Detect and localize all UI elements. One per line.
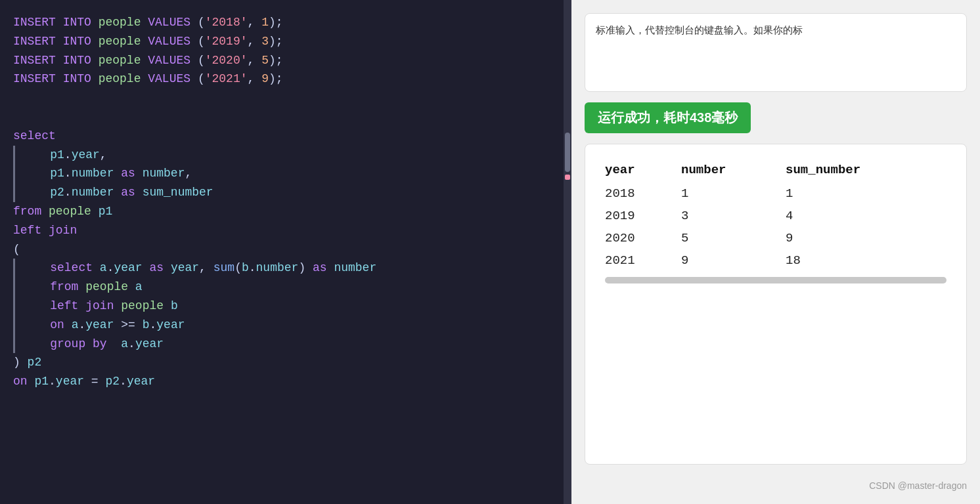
code-line-closeparen: ) p2 [13,353,558,372]
col-number-header: number [681,158,786,182]
table-cell: 9 [681,249,786,272]
code-line-groupby: group by a.year [13,335,558,354]
table-row: 2021918 [605,249,947,272]
code-line-from: from people p1 [13,202,558,221]
table-row: 201934 [605,205,947,227]
code-line-paren: ( [13,240,558,259]
code-line-col2: p1.number as number, [13,164,558,183]
code-line-2: INSERT INTO people VALUES ('2019', 3); [13,32,558,51]
table-row: 201811 [605,182,947,205]
output-panel: 标准输入，代替控制台的键盘输入。如果你的标 运行成功，耗时438毫秒 year … [571,0,980,504]
code-line-subselect: select a.year as year, sum(b.number) as … [13,259,558,278]
code-line-col1: p1.year, [13,146,558,165]
col-year-header: year [605,158,681,182]
col-sumnumber-header: sum_number [786,158,947,182]
code-area: INSERT INTO people VALUES ('2018', 1); I… [0,7,571,398]
table-cell: 3 [681,205,786,227]
result-table: year number sum_number 20181120193420205… [605,158,947,272]
table-cell: 5 [681,227,786,249]
sql-editor[interactable]: INSERT INTO people VALUES ('2018', 1); I… [0,0,571,504]
scrollbar[interactable] [564,0,571,504]
table-header-row: year number sum_number [605,158,947,182]
code-line-leftjoin: left join [13,221,558,240]
table-row: 202059 [605,227,947,249]
code-line-subon: on a.year >= b.year [13,316,558,335]
table-cell: 1 [786,182,947,205]
table-cell: 9 [786,227,947,249]
table-cell: 2018 [605,182,681,205]
code-line-on: on p1.year = p2.year [13,372,558,391]
table-cell: 2019 [605,205,681,227]
horizontal-scrollbar[interactable] [605,277,947,284]
code-line-subfrom: from people a [13,278,558,297]
success-badge: 运行成功，耗时438毫秒 [585,102,751,133]
watermark: CSDN @master-dragon [585,475,967,491]
code-line-4: INSERT INTO people VALUES ('2021', 9); [13,70,558,89]
result-table-container: year number sum_number 20181120193420205… [585,144,967,465]
scrollbar-thumb[interactable] [565,133,570,172]
table-cell: 1 [681,182,786,205]
scrollbar-highlight [565,175,570,180]
code-line-subleftjoin: left join people b [13,297,558,316]
code-line-select: select [13,127,558,146]
table-cell: 2020 [605,227,681,249]
table-cell: 4 [786,205,947,227]
table-cell: 18 [786,249,947,272]
table-cell: 2021 [605,249,681,272]
code-line-1: INSERT INTO people VALUES ('2018', 1); [13,13,558,32]
code-line-col3: p2.number as sum_number [13,183,558,202]
stdin-text: 标准输入，代替控制台的键盘输入。如果你的标 [596,24,803,35]
stdin-box: 标准输入，代替控制台的键盘输入。如果你的标 [585,13,967,92]
code-line-3: INSERT INTO people VALUES ('2020', 5); [13,51,558,70]
